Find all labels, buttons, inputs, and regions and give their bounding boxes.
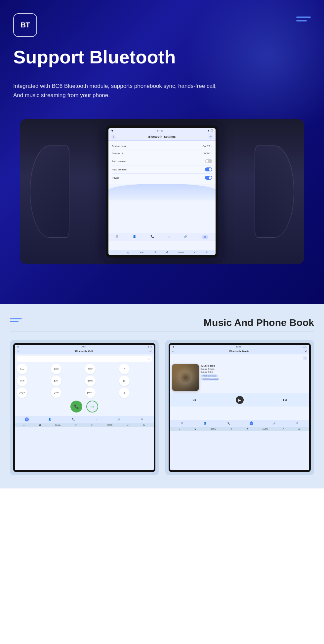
- back-arrow[interactable]: ◀: [111, 129, 113, 132]
- music-home-btn[interactable]: ⌂: [172, 350, 174, 353]
- cc-fan[interactable]: ❄: [75, 424, 77, 426]
- nav-music[interactable]: ♪: [168, 235, 170, 239]
- hero-description: Integrated with BC6 Bluetooth module, su…: [13, 82, 238, 101]
- statusbar: ◀ 17:53 ▲ ☐: [108, 128, 216, 133]
- car-dashboard: ◀ 17:53 ▲ ☐ ⌂ Bluetooth_Settings ↩ Devic…: [20, 119, 304, 264]
- dial-0[interactable]: 0-: [119, 376, 130, 386]
- music-status-time: 17:53: [236, 346, 241, 348]
- dial-9[interactable]: 9WXYZ: [85, 387, 96, 398]
- call-back-arrow[interactable]: ◀: [17, 345, 19, 348]
- dial-hash[interactable]: #: [119, 387, 130, 398]
- device-name-value: CarBT ›: [202, 145, 212, 148]
- bluetooth-settings-content: Device name CarBT › Device pin 0000 › Au…: [108, 141, 216, 184]
- mc-recir[interactable]: ↺: [246, 428, 248, 430]
- climate-dual[interactable]: DUAL: [139, 251, 145, 254]
- screen-title: Bluetooth_Settings: [148, 135, 176, 138]
- mc-fan[interactable]: ❄: [230, 428, 232, 430]
- climate-power[interactable]: ⏻: [127, 251, 129, 254]
- bottom-divider: [10, 332, 314, 332]
- call-nav-settings[interactable]: ⚙: [140, 417, 144, 421]
- call-home-btn[interactable]: ⌂: [17, 350, 19, 353]
- device-name-row[interactable]: Device name CarBT ›: [112, 143, 212, 150]
- home-button[interactable]: ⌂: [111, 134, 116, 139]
- cc-dual[interactable]: DUAL: [55, 424, 61, 426]
- mc-power[interactable]: ⏻: [194, 428, 196, 430]
- right-vent: [255, 145, 294, 238]
- cc-recir[interactable]: ↺: [91, 424, 93, 426]
- dial-6[interactable]: 6MNO: [85, 376, 96, 386]
- dial-7[interactable]: 7PQRS: [17, 387, 27, 398]
- call-back-btn[interactable]: ↩: [149, 350, 152, 353]
- call-nav-contacts[interactable]: 👤: [47, 417, 52, 421]
- music-nav-music[interactable]: ♪: [250, 421, 253, 425]
- dial-4[interactable]: 4GHI: [17, 376, 27, 386]
- dial-8[interactable]: 8TUV: [51, 387, 61, 398]
- music-nav-link[interactable]: 🔗: [272, 421, 277, 425]
- call-nav-apps[interactable]: ⊞: [25, 417, 29, 421]
- music-badges: A2DP connected AVRCP connected: [201, 375, 307, 381]
- cc-home[interactable]: ⌂: [23, 424, 25, 426]
- mc-home[interactable]: ⌂: [179, 428, 180, 430]
- device-pin-row[interactable]: Device pin 0000 ›: [112, 150, 212, 157]
- cc-airdir[interactable]: ↗: [127, 424, 129, 426]
- climate-fan[interactable]: ❄: [154, 251, 156, 254]
- dial-5[interactable]: 5JKL: [51, 376, 61, 386]
- music-back-arrow[interactable]: ◀: [172, 345, 174, 348]
- music-nav-contacts[interactable]: 👤: [203, 421, 208, 425]
- call-action-btns: 📞 Re: [17, 401, 152, 412]
- redial-btn[interactable]: Re: [86, 401, 98, 412]
- mc-airdir[interactable]: ↗: [282, 428, 284, 430]
- bottom-menu-button[interactable]: [10, 318, 22, 322]
- mc-dual[interactable]: DUAL: [211, 428, 216, 430]
- climate-airdir[interactable]: ↗: [194, 251, 196, 254]
- clear-input[interactable]: ✕: [147, 358, 150, 361]
- music-nav-settings[interactable]: ⚙: [295, 421, 299, 425]
- auto-answer-row[interactable]: Auto answer: [112, 157, 212, 165]
- nav-phone[interactable]: 📞: [150, 235, 154, 239]
- dial-3[interactable]: 3DEF: [85, 364, 96, 374]
- auto-connect-toggle[interactable]: [205, 167, 212, 171]
- nav-contacts[interactable]: 👤: [133, 235, 136, 239]
- next-track-btn[interactable]: ⏭: [283, 398, 287, 402]
- music-icon-row: ♪: [170, 354, 309, 362]
- auto-answer-toggle[interactable]: [205, 159, 212, 163]
- auto-connect-row[interactable]: Auto connect: [112, 165, 212, 174]
- avrcp-badge: AVRCP connected: [201, 378, 219, 380]
- back-button[interactable]: ↩: [208, 134, 213, 139]
- power-row[interactable]: Power: [112, 174, 212, 182]
- main-navbar: ⊞ 👤 📞 ♪ 🔗 ⚙: [108, 233, 216, 241]
- climate-recir[interactable]: ↺: [166, 251, 168, 254]
- nav-link[interactable]: 🔗: [184, 235, 187, 239]
- power-toggle[interactable]: [205, 176, 212, 180]
- nav-settings[interactable]: ⚙: [202, 235, 208, 239]
- call-screen-title: Bluetooth_Call: [75, 350, 93, 353]
- mc-vol[interactable]: 🔊: [298, 428, 301, 430]
- dial-star[interactable]: *: [119, 364, 130, 374]
- dialpad-input[interactable]: ✕: [17, 356, 152, 362]
- call-nav-link[interactable]: 🔗: [116, 417, 121, 421]
- music-nav-phone[interactable]: 📞: [226, 421, 231, 425]
- call-nav-music[interactable]: ♪: [95, 417, 98, 421]
- call-nav-phone[interactable]: 📞: [71, 417, 76, 421]
- cc-power[interactable]: ⏻: [39, 424, 41, 426]
- cc-auto[interactable]: AUTO: [107, 424, 113, 426]
- dial-1[interactable]: 1—: [17, 364, 27, 374]
- music-status-icons: ▲ ☐: [303, 345, 307, 348]
- climate-vol[interactable]: 🔊: [205, 251, 208, 254]
- climate-auto[interactable]: AUTO: [178, 251, 184, 254]
- prev-track-btn[interactable]: ⏮: [192, 398, 196, 402]
- music-title: Music Title: [201, 364, 307, 367]
- music-back-btn[interactable]: ↩: [305, 350, 307, 353]
- climate-home[interactable]: ⌂: [116, 251, 117, 254]
- nav-apps[interactable]: ⊞: [116, 235, 118, 239]
- answer-call-btn[interactable]: 📞: [70, 401, 82, 412]
- mc-auto[interactable]: AUTO: [263, 428, 268, 430]
- call-topbar: ⌂ Bluetooth_Call ↩: [15, 348, 154, 354]
- wave-decoration: [108, 184, 216, 200]
- play-btn[interactable]: ▶: [236, 396, 244, 404]
- cc-vol[interactable]: 🔊: [143, 424, 145, 426]
- dial-2[interactable]: 2ABC: [51, 364, 61, 374]
- bt-logo: BT: [13, 13, 37, 37]
- menu-button[interactable]: [296, 17, 311, 21]
- music-nav-apps[interactable]: ⊞: [180, 421, 184, 425]
